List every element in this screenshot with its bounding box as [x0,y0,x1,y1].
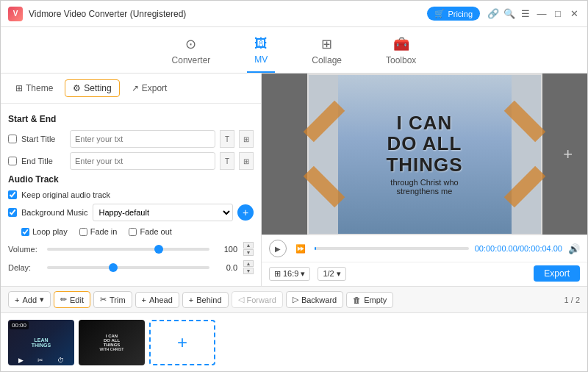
keep-original-checkbox[interactable] [8,190,17,199]
fade-out-checkbox[interactable] [129,228,137,236]
backward-button[interactable]: ▷ Backward [286,291,343,308]
trim-icon: ✂ [100,295,107,304]
timeline-area: 00:00 LEAN THINGS ▶ ✂ ⏱ I CAN DO ALL THI… [1,312,587,371]
progress-fill [315,247,316,250]
end-title-option-btn[interactable]: ⊞ [239,152,254,170]
delay-up-btn[interactable]: ▲ [243,260,254,267]
bottom-toolbar: + Add ▾ ✏ Edit ✂ Trim + Ahead + Behind ◁… [1,286,587,312]
tab-theme[interactable]: ⊞ Theme [8,80,60,96]
bg-music-select[interactable]: Happy-default Calm Energetic Sad [93,204,234,221]
bg-music-checkbox[interactable] [8,208,17,217]
forward-icon: ◁ [238,295,244,304]
end-title-input[interactable] [70,152,215,170]
app-title: Vidmore Video Converter (Unregistered) [29,9,427,19]
timeline-clip-1[interactable]: 00:00 LEAN THINGS ▶ ✂ ⏱ [8,320,74,365]
start-title-input[interactable] [70,130,215,148]
title-bar: V Vidmore Video Converter (Unregistered)… [1,1,587,27]
progress-bar[interactable] [315,247,469,250]
volume-row: Volume: 100 ▲ ▼ [8,242,254,256]
add-video-icon[interactable]: + [563,145,573,164]
delay-slider[interactable] [47,266,209,269]
add-button[interactable]: + Add ▾ [8,291,51,308]
play-button[interactable]: ▶ [269,240,287,257]
toolbox-icon: 🧰 [393,36,409,52]
volume-up-btn[interactable]: ▲ [243,242,254,248]
end-title-checkbox[interactable] [8,157,17,165]
controls-bar2: ⊞ 16:9 ▾ 1/2 ▾ Export [262,262,587,286]
link-icon[interactable]: 🔗 [487,8,499,20]
minimize-button[interactable]: — [536,8,548,20]
volume-slider[interactable] [47,248,209,251]
add-music-button[interactable]: + [237,204,254,221]
maximize-button[interactable]: □ [552,8,564,20]
converter-icon: ⊙ [185,36,196,52]
tab-converter[interactable]: ⊙ Converter [165,33,218,73]
playback-controls: ▶ ⏩ 00:00:00.00/00:00:04.00 🔊 [262,235,587,262]
mv-icon: 🖼 [254,36,268,51]
keep-original-row: Keep original audio track [8,190,254,199]
tab-collage[interactable]: ⊞ Collage [304,33,349,73]
clip1-text: LEAN THINGS [32,337,51,348]
volume-button[interactable]: 🔊 [568,243,580,254]
delay-label: Delay: [8,263,41,272]
behind-icon: + [189,296,193,304]
fade-out-option: Fade out [129,227,171,236]
add-clip-button[interactable]: + [149,320,215,365]
right-panel: I CANDO ALLTHINGS through Christ whostre… [262,74,587,286]
volume-spinner[interactable]: ▲ ▼ [243,242,254,256]
ahead-icon: + [142,296,146,304]
cart-icon: 🛒 [434,9,445,18]
collage-icon: ⊞ [321,36,332,52]
fade-in-checkbox[interactable] [79,228,87,236]
tab-setting[interactable]: ⚙ Setting [65,79,119,97]
tab-toolbox[interactable]: 🧰 Toolbox [379,33,423,73]
volume-down-btn[interactable]: ▼ [243,249,254,256]
behind-button[interactable]: + Behind [182,292,229,308]
add-icon: + [15,296,19,304]
trim-button[interactable]: ✂ Trim [93,291,132,308]
export-button[interactable]: Export [534,265,580,282]
end-title-font-btn[interactable]: T [220,152,234,170]
loop-play-checkbox[interactable] [21,228,29,236]
clip1-time-btn[interactable]: ⏱ [57,357,64,364]
volume-label: Volume: [8,245,41,254]
audio-track-title: Audio Track [8,174,254,185]
empty-button[interactable]: 🗑 Empty [346,292,393,308]
audio-section: Audio Track Keep original audio track Ba… [8,174,254,274]
backward-icon: ▷ [293,295,298,304]
delay-down-btn[interactable]: ▼ [243,268,254,274]
menu-icon[interactable]: ☰ [520,8,531,20]
fade-in-label: Fade in [90,227,118,236]
start-end-title: Start & End [8,114,254,124]
sub-options-row: Loop play Fade in Fade out [8,227,254,236]
clip1-cut-btn[interactable]: ✂ [37,357,43,364]
start-title-option-btn[interactable]: ⊞ [239,130,254,148]
forward-button[interactable]: ◁ Forward [232,291,283,308]
aspect-ratio-select[interactable]: ⊞ 16:9 ▾ [269,267,310,281]
clip2-text: I CAN DO ALL THINGS WITH CHRIST [100,334,124,351]
pricing-button[interactable]: 🛒 Pricing [427,7,480,21]
ahead-button[interactable]: + Ahead [135,292,179,308]
bg-music-row: Background Music Happy-default Calm Ener… [8,204,254,221]
start-title-row: Start Title T ⊞ [8,130,254,148]
app-logo: V [8,7,23,21]
close-button[interactable]: ✕ [568,8,580,20]
timeline-clip-2[interactable]: I CAN DO ALL THINGS WITH CHRIST [79,320,145,365]
start-title-font-btn[interactable]: T [220,130,234,148]
fraction-chevron-icon: ▾ [337,269,341,279]
step-forward-button[interactable]: ⏩ [293,240,309,257]
fraction-select[interactable]: 1/2 ▾ [318,267,345,281]
delay-spinner[interactable]: ▲ ▼ [243,260,254,274]
clip1-play-btn[interactable]: ▶ [18,357,24,364]
fade-out-label: Fade out [140,227,171,236]
search-icon[interactable]: 🔍 [503,8,515,20]
add-clip-icon: + [177,332,187,353]
edit-button[interactable]: ✏ Edit [54,291,90,308]
aspect-chevron-icon: ▾ [301,269,305,279]
tab-mv[interactable]: 🖼 MV [247,33,275,73]
time-display: 00:00:00.00/00:00:04.00 [475,244,562,253]
start-title-checkbox[interactable] [8,135,17,143]
loop-play-label: Loop play [32,227,68,236]
tab-export[interactable]: ↗ Export [124,80,175,96]
preview-main-text: I CANDO ALLTHINGS [386,112,462,176]
